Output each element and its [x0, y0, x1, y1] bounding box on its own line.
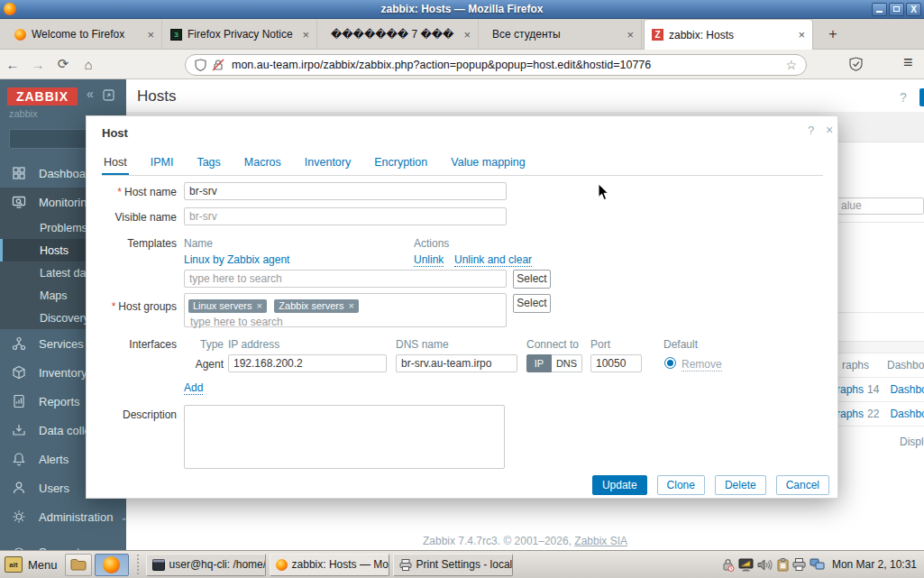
- printer-icon: [399, 559, 412, 571]
- tracking-shield-icon[interactable]: [195, 59, 206, 71]
- dashboards-link[interactable]: Dashbo: [890, 383, 924, 396]
- taskbar-item-print-settings[interactable]: Print Settings - localhost: [393, 554, 513, 576]
- visible-name-input[interactable]: [184, 207, 507, 225]
- sidebar-collapse-icon[interactable]: «: [87, 87, 94, 101]
- templates-search-input[interactable]: [184, 270, 507, 288]
- host-groups-search-placeholder[interactable]: type here to search: [188, 316, 502, 328]
- delete-button[interactable]: Delete: [715, 475, 766, 495]
- sidebar-compact-icon[interactable]: [103, 88, 114, 105]
- host-groups-multiselect[interactable]: Linux servers× Zabbix servers× type here…: [184, 293, 507, 327]
- default-radio[interactable]: [664, 357, 676, 369]
- window-titlebar: zabbix: Hosts — Mozilla Firefox X: [0, 0, 924, 19]
- template-link[interactable]: Linux by Zabbix agent: [184, 253, 289, 266]
- unlink-and-clear-button[interactable]: Unlink and clear: [454, 253, 532, 267]
- tab-encryption[interactable]: Encryption: [372, 154, 429, 175]
- sidebar-item-administration[interactable]: Administration ⌄: [0, 502, 126, 531]
- host-groups-label: *Host groups: [87, 300, 177, 313]
- taskbar-item-firefox[interactable]: zabbix: Hosts — Mozill...: [270, 554, 389, 576]
- sidebar-item-support[interactable]: Support: [0, 537, 126, 550]
- tab-host[interactable]: Host: [102, 154, 129, 175]
- zabbix-sia-link[interactable]: Zabbix SIA: [574, 535, 627, 547]
- interface-dns-input[interactable]: [396, 354, 517, 372]
- menu-logo-icon[interactable]: alt: [5, 556, 23, 573]
- tab-zabbix-hosts[interactable]: Z zabbix: Hosts ×: [644, 19, 813, 50]
- display-settings-icon[interactable]: [738, 558, 754, 572]
- url-bar[interactable]: mon.au-team.irpo/zabbix/zabbix.php?actio…: [185, 54, 807, 76]
- monitoring-icon: [12, 195, 26, 209]
- description-textarea[interactable]: [184, 405, 505, 469]
- system-tray: Mon Mar 2, 10:31: [721, 558, 924, 572]
- shield-check-icon[interactable]: [849, 57, 863, 75]
- host-groups-select-button[interactable]: Select: [513, 294, 551, 313]
- add-interface-button[interactable]: Add: [184, 381, 203, 395]
- connect-to-toggle[interactable]: IP DNS: [526, 354, 582, 372]
- tab-macros[interactable]: Macros: [242, 154, 283, 175]
- tab-welcome[interactable]: Welcome to Firefox ×: [7, 19, 162, 50]
- ip-option[interactable]: IP: [526, 354, 552, 372]
- home-button[interactable]: ⌂: [76, 57, 101, 72]
- tab-close-icon[interactable]: ×: [798, 28, 805, 41]
- update-button[interactable]: Update: [592, 475, 647, 495]
- clipboard-icon[interactable]: [777, 558, 789, 572]
- chip-close-icon[interactable]: ×: [348, 300, 353, 311]
- reload-button[interactable]: ⟳: [50, 56, 76, 72]
- tab-students[interactable]: Все студенты ×: [480, 19, 642, 50]
- menu-button[interactable]: Menu: [28, 558, 58, 572]
- network-monitors-icon[interactable]: [810, 558, 825, 571]
- unlink-button[interactable]: Unlink: [414, 253, 444, 267]
- group-chip: Linux servers×: [188, 299, 267, 313]
- menu-button[interactable]: ≡: [903, 53, 913, 72]
- graphs-link[interactable]: raphs: [837, 408, 864, 420]
- back-button[interactable]: ←: [0, 57, 25, 72]
- firefox-launcher[interactable]: [95, 554, 129, 576]
- url-text[interactable]: mon.au-team.irpo/zabbix/zabbix.php?actio…: [232, 59, 785, 71]
- taskbar-item-terminal[interactable]: user@hq-cli: /home/us...: [146, 554, 266, 576]
- dashboard-grid-icon: [12, 166, 26, 180]
- interface-ip-input[interactable]: [228, 354, 387, 372]
- tab-ipmi[interactable]: IPMI: [149, 154, 176, 175]
- zabbix-logo[interactable]: ZABBIX: [7, 87, 78, 106]
- interface-port-input[interactable]: [590, 354, 642, 372]
- ip-header: IP address: [228, 338, 279, 351]
- chip-close-icon[interactable]: ×: [256, 300, 261, 311]
- volume-icon[interactable]: [757, 558, 773, 572]
- dialog-close-icon[interactable]: ×: [826, 123, 833, 137]
- host-name-input[interactable]: [184, 182, 507, 200]
- port-header: Port: [590, 338, 610, 351]
- tab-close-icon[interactable]: ×: [463, 28, 471, 41]
- bell-icon: [12, 452, 26, 466]
- window-title: zabbix: Hosts — Mozilla Firefox: [0, 3, 924, 15]
- cancel-button[interactable]: Cancel: [776, 475, 829, 495]
- tab-privacy-notice[interactable]: 3 Firefox Privacy Notice — Mozi ×: [163, 19, 317, 50]
- server-name: zabbix: [9, 108, 38, 119]
- forward-button[interactable]: →: [25, 57, 50, 72]
- lock-tray-icon[interactable]: [721, 558, 735, 572]
- dns-header: DNS name: [396, 338, 449, 351]
- help-icon[interactable]: ?: [900, 90, 907, 105]
- tab-unknown-encoding[interactable]: ������� 7 ������� 2 ×: [318, 19, 479, 50]
- bookmark-star-icon[interactable]: ☆: [785, 58, 797, 72]
- clone-button[interactable]: Clone: [657, 475, 705, 495]
- tab-close-icon[interactable]: ×: [147, 28, 154, 41]
- interfaces-label: Interfaces: [87, 338, 177, 351]
- tab-value-mapping[interactable]: Value mapping: [449, 154, 526, 175]
- tab-close-icon[interactable]: ×: [627, 28, 634, 41]
- print-manager-icon[interactable]: [792, 558, 806, 571]
- templates-label: Templates: [87, 237, 177, 250]
- dialog-title: Host: [102, 126, 128, 140]
- dashboards-column-header: Dashbo: [887, 359, 924, 372]
- dialog-help-icon[interactable]: ?: [808, 124, 814, 137]
- interface-remove-button[interactable]: Remove: [682, 358, 722, 372]
- dns-option[interactable]: DNS: [552, 354, 582, 372]
- dashboards-link[interactable]: Dashbo: [890, 408, 924, 420]
- insecure-lock-icon[interactable]: [212, 59, 224, 71]
- new-tab-button[interactable]: +: [822, 24, 844, 44]
- create-host-button-partial[interactable]: [919, 88, 924, 106]
- tab-inventory[interactable]: Inventory: [303, 154, 352, 175]
- templates-actions-header: Actions: [414, 237, 449, 250]
- tab-close-icon[interactable]: ×: [302, 28, 309, 41]
- templates-select-button[interactable]: Select: [513, 270, 551, 289]
- file-manager-launcher[interactable]: [65, 554, 92, 576]
- tab-tags[interactable]: Tags: [195, 154, 222, 175]
- graphs-link[interactable]: raphs: [837, 383, 864, 396]
